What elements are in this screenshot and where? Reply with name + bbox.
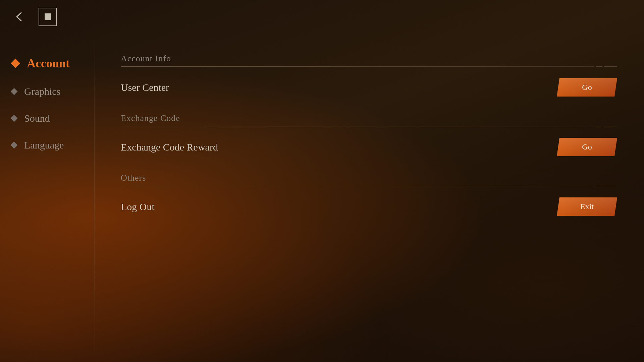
sidebar-label-account: Account	[27, 56, 70, 70]
section-divider-account-info	[121, 66, 617, 67]
svg-marker-1	[11, 59, 20, 68]
section-title-account-info: Account Info	[121, 54, 617, 64]
back-button[interactable]	[10, 8, 29, 26]
section-others: Others Log Out Exit	[121, 173, 617, 219]
section-title-exchange-code: Exchange Code	[121, 113, 617, 123]
log-out-label: Log Out	[121, 201, 155, 213]
svg-marker-2	[11, 88, 18, 95]
exit-button[interactable]: Exit	[557, 197, 617, 216]
row-log-out: Log Out Exit	[121, 194, 617, 219]
exchange-code-reward-label: Exchange Code Reward	[121, 141, 218, 153]
section-divider-others	[121, 186, 617, 186]
sidebar-item-language[interactable]: Language	[0, 133, 94, 157]
sidebar-item-graphics[interactable]: Graphics	[0, 80, 94, 103]
user-center-go-button[interactable]: Go	[557, 78, 617, 97]
sidebar-label-language: Language	[24, 139, 64, 151]
topbar	[0, 0, 644, 34]
row-exchange-code-reward: Exchange Code Reward Go	[121, 134, 617, 160]
section-divider-exchange-code	[121, 126, 617, 126]
exchange-code-go-button[interactable]: Go	[557, 138, 617, 156]
sidebar: Account Graphics Sound Language	[0, 34, 94, 362]
user-center-label: User Center	[121, 82, 169, 93]
section-exchange-code: Exchange Code Exchange Code Reward Go	[121, 113, 617, 160]
sidebar-label-graphics: Graphics	[24, 86, 60, 97]
svg-marker-4	[11, 142, 18, 149]
section-account-info: Account Info User Center Go	[121, 54, 617, 100]
main-content: Account Info User Center Go Exchange Cod…	[94, 34, 644, 362]
svg-rect-0	[45, 13, 51, 20]
sidebar-label-sound: Sound	[24, 113, 50, 124]
home-button[interactable]	[39, 8, 57, 26]
row-user-center: User Center Go	[121, 75, 617, 100]
section-title-others: Others	[121, 173, 617, 183]
svg-marker-3	[11, 115, 18, 122]
sidebar-item-sound[interactable]: Sound	[0, 107, 94, 130]
sidebar-item-account[interactable]: Account	[0, 50, 94, 76]
